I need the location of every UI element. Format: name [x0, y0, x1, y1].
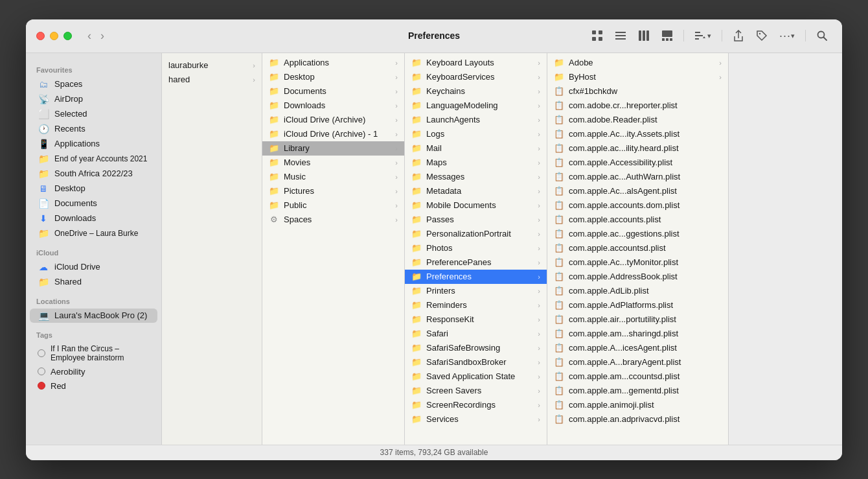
- col3-item-com-apple-ac-alsagent[interactable]: 📋 com.apple.Ac...alsAgent.plist: [547, 184, 728, 198]
- col1-item-icloud-archive2[interactable]: 📁 iCloud Drive (Archive) - 1 ›: [262, 127, 404, 141]
- col3-item-com-apple-ac-assets[interactable]: 📋 com.apple.Ac...ity.Assets.plist: [547, 127, 728, 141]
- col3-item-com-apple-am-sharingd[interactable]: 📋 com.apple.am...sharingd.plist: [547, 327, 728, 341]
- col3-item-com-apple-air-portutility[interactable]: 📋 com.apple.air...portutility.plist: [547, 312, 728, 327]
- sidebar-item-desktop[interactable]: 🖥 Desktop: [30, 181, 157, 196]
- icon-view-button[interactable]: [588, 27, 607, 44]
- col3-item-com-apple-ac-ggestions[interactable]: 📋 com.apple.ac...ggestions.plist: [547, 227, 728, 241]
- tag-button[interactable]: [752, 27, 771, 44]
- col2-item-metadata[interactable]: 📁 Metadata ›: [405, 184, 547, 198]
- col2-item-services[interactable]: 📁 Services ›: [405, 412, 547, 426]
- share-button[interactable]: [729, 27, 748, 44]
- sidebar-item-tag-red[interactable]: Red: [30, 379, 157, 393]
- sidebar-item-recents[interactable]: 🕐 Recents: [30, 122, 157, 136]
- col3-item-com-apple-animoji[interactable]: 📋 com.apple.animoji.plist: [547, 398, 728, 412]
- sidebar-item-macbook[interactable]: 💻 Laura's MacBook Pro (2): [30, 309, 157, 323]
- col2-item-maps[interactable]: 📁 Maps ›: [405, 156, 547, 170]
- col2-item-launch-agents[interactable]: 📁 LaunchAgents ›: [405, 113, 547, 127]
- col2-item-keyboard-layouts[interactable]: 📁 Keyboard Layouts ›: [405, 56, 547, 70]
- sidebar-item-endofyear[interactable]: 📁 End of year Accounts 2021: [30, 152, 157, 166]
- nav-item-lauraburke[interactable]: lauraburke ›: [162, 58, 262, 73]
- col2-item-saved-app-state[interactable]: 📁 Saved Application State ›: [405, 369, 547, 384]
- col1-item-spaces[interactable]: ⚙ Spaces ›: [262, 213, 404, 227]
- col3-item-com-apple-accessibility[interactable]: 📋 com.apple.Accessibility.plist: [547, 156, 728, 170]
- sidebar-item-documents[interactable]: 📄 Documents: [30, 196, 157, 211]
- col3-item-com-adobe-reader[interactable]: 📋 com.adobe.Reader.plist: [547, 113, 728, 127]
- search-button[interactable]: [812, 27, 832, 44]
- col1-item-icloud-archive[interactable]: 📁 iCloud Drive (Archive) ›: [262, 113, 404, 127]
- col2-item-personalization[interactable]: 📁 PersonalizationPortrait ›: [405, 227, 547, 241]
- col2-item-messages[interactable]: 📁 Messages ›: [405, 170, 547, 184]
- col1-item-movies[interactable]: 📁 Movies ›: [262, 156, 404, 170]
- col2-item-keyboard-services[interactable]: 📁 KeyboardServices ›: [405, 70, 547, 84]
- col3-item-com-apple-ac-heard[interactable]: 📋 com.apple.ac...ility.heard.plist: [547, 141, 728, 156]
- col3-item-byhost[interactable]: 📁 ByHost ›: [547, 70, 728, 84]
- col2-item-passes[interactable]: 📁 Passes ›: [405, 213, 547, 227]
- col3-item-com-apple-ac-tymonitor[interactable]: 📋 com.apple.Ac...tyMonitor.plist: [547, 255, 728, 270]
- col1-item-library[interactable]: 📁 Library ›: [262, 141, 404, 156]
- col3-item-cfx[interactable]: 📋 cfx#1bchkdw: [547, 84, 728, 99]
- col1-item-downloads[interactable]: 📁 Downloads ›: [262, 99, 404, 113]
- col3-item-com-apple-am-gementd[interactable]: 📋 com.apple.am...gementd.plist: [547, 384, 728, 398]
- group-by-button[interactable]: ▾: [691, 27, 715, 44]
- col3-item-com-apple-adplatforms[interactable]: 📋 com.apple.AdPlatforms.plist: [547, 298, 728, 312]
- col1-item-music[interactable]: 📁 Music ›: [262, 170, 404, 184]
- col2-item-preferences[interactable]: 📁 Preferences ›: [405, 270, 547, 284]
- col2-item-preference-panes[interactable]: 📁 PreferencePanes ›: [405, 255, 547, 270]
- sidebar-item-downloads[interactable]: ⬇ Downloads: [30, 211, 157, 226]
- sidebar-item-applications[interactable]: 📱 Applications: [30, 137, 157, 151]
- sidebar-item-southafrica[interactable]: 📁 South Africa 2022/23: [30, 167, 157, 181]
- zoom-button[interactable]: [63, 32, 72, 40]
- sidebar-item-tag-aerobility[interactable]: Aerobility: [30, 365, 157, 379]
- more-button[interactable]: ··· ▾: [775, 27, 799, 45]
- col2-item-reminders[interactable]: 📁 Reminders ›: [405, 298, 547, 312]
- col2-item-responsekit[interactable]: 📁 ResponseKit ›: [405, 312, 547, 327]
- col2-item-logs[interactable]: 📁 Logs ›: [405, 127, 547, 141]
- doc-icon: 📋: [554, 414, 564, 424]
- col1-item-desktop[interactable]: 📁 Desktop ›: [262, 70, 404, 84]
- column-view-button[interactable]: [634, 27, 654, 44]
- col3-item-com-apple-addressbook[interactable]: 📋 com.apple.AddressBook.plist: [547, 270, 728, 284]
- col2-item-mail[interactable]: 📁 Mail ›: [405, 141, 547, 156]
- col2-item-language-modeling[interactable]: 📁 LanguageModeling ›: [405, 99, 547, 113]
- gallery-view-button[interactable]: [657, 27, 677, 44]
- col2-item-safari-safe[interactable]: 📁 SafariSafeBrowsing ›: [405, 341, 547, 355]
- col1-item-public[interactable]: 📁 Public ›: [262, 198, 404, 213]
- col2-item-keychains[interactable]: 📁 Keychains ›: [405, 84, 547, 99]
- list-view-button[interactable]: [611, 27, 630, 44]
- col3-item-com-apple-am-ccountsd[interactable]: 📋 com.apple.am...ccountsd.plist: [547, 369, 728, 384]
- col1-item-documents[interactable]: 📁 Documents ›: [262, 84, 404, 99]
- sidebar-item-tag-circus[interactable]: If I Ran the Circus – Employee brainstor…: [30, 342, 157, 364]
- col3-item-com-apple-accounts-dom[interactable]: 📋 com.apple.accounts.dom.plist: [547, 198, 728, 213]
- nav-item-shared[interactable]: hared ›: [162, 73, 262, 87]
- col3-item-com-apple-accountsd[interactable]: 📋 com.apple.accountsd.plist: [547, 241, 728, 255]
- col3-item-adobe[interactable]: 📁 Adobe ›: [547, 56, 728, 70]
- sidebar-item-onedrive[interactable]: 📁 OneDrive – Laura Burke: [30, 226, 157, 240]
- col2-item-safari-sandbox[interactable]: 📁 SafariSandboxBroker ›: [405, 355, 547, 369]
- col2-item-screen-recordings[interactable]: 📁 ScreenRecordings ›: [405, 398, 547, 412]
- sidebar-item-airdrop[interactable]: 📡 AirDrop: [30, 92, 157, 106]
- minimize-button[interactable]: [50, 32, 58, 40]
- sidebar-item-shared[interactable]: 📁 Shared: [30, 275, 157, 289]
- col3-item-com-apple-a-braryagent[interactable]: 📋 com.apple.A...braryAgent.plist: [547, 355, 728, 369]
- col3-item-com-apple-an-adprivacyd[interactable]: 📋 com.apple.an.adprivacvd.plist: [547, 412, 728, 426]
- close-button[interactable]: [36, 32, 45, 40]
- col2-item-photos[interactable]: 📁 Photos ›: [405, 241, 547, 255]
- col2-item-safari[interactable]: 📁 Safari ›: [405, 327, 547, 341]
- forward-button[interactable]: ›: [98, 29, 107, 43]
- col2-item-mobile-docs[interactable]: 📁 Mobile Documents ›: [405, 198, 547, 213]
- sidebar-item-spaces[interactable]: 🗂 Spaces: [30, 77, 157, 91]
- item-label: com.apple.Ac...ity.Assets.plist: [569, 129, 722, 139]
- col2-item-screen-savers[interactable]: 📁 Screen Savers ›: [405, 384, 547, 398]
- item-label: ResponseKit: [426, 314, 533, 324]
- col2-item-printers[interactable]: 📁 Printers ›: [405, 284, 547, 298]
- col3-item-com-apple-ac-authwarn[interactable]: 📋 com.apple.ac...AuthWarn.plist: [547, 170, 728, 184]
- col3-item-com-apple-a-icesagent[interactable]: 📋 com.apple.A...icesAgent.plist: [547, 341, 728, 355]
- col1-item-applications[interactable]: 📁 Applications ›: [262, 56, 404, 70]
- col1-item-pictures[interactable]: 📁 Pictures ›: [262, 184, 404, 198]
- col3-item-com-apple-accounts[interactable]: 📋 com.apple.accounts.plist: [547, 213, 728, 227]
- col3-item-com-apple-adlib[interactable]: 📋 com.apple.AdLib.plist: [547, 284, 728, 298]
- sidebar-item-selected[interactable]: ⬜ Selected: [30, 107, 157, 121]
- back-button[interactable]: ‹: [85, 29, 94, 43]
- col3-item-com-adobe-cr[interactable]: 📋 com.adobe.cr...hreporter.plist: [547, 99, 728, 113]
- sidebar-item-icloud-drive[interactable]: ☁ iCloud Drive: [30, 260, 157, 274]
